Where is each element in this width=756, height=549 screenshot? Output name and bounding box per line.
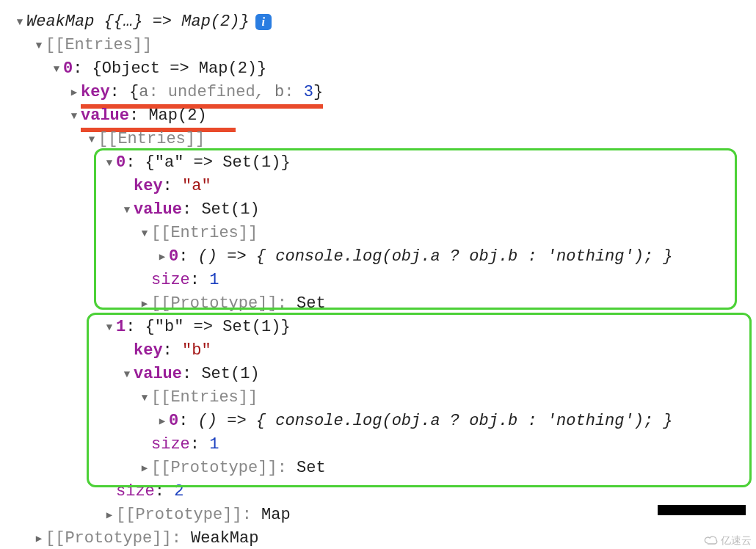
chevron-down-icon[interactable] <box>120 198 134 222</box>
chevron-down-icon[interactable] <box>32 34 46 57</box>
redaction-bar <box>658 505 746 515</box>
entry-a-value-row[interactable]: value: Set(1) <box>6 198 756 222</box>
entry-0-value-row[interactable]: value: Map(2) <box>6 104 756 128</box>
chevron-right-icon[interactable] <box>68 81 81 104</box>
chevron-down-icon[interactable] <box>13 10 26 34</box>
entry-b-size-row: size: 1 <box>6 433 756 457</box>
chevron-down-icon[interactable] <box>50 57 63 81</box>
entry-0-key-row[interactable]: key: {a: undefined, b: 3} <box>6 81 756 104</box>
entry-a-fn-row[interactable]: 0: () => { console.log(obj.a ? obj.b : '… <box>6 245 756 269</box>
entry-0-row[interactable]: 0: {Object => Map(2)} <box>6 57 756 81</box>
chevron-down-icon[interactable] <box>120 363 134 386</box>
chevron-right-icon[interactable] <box>103 503 116 527</box>
entry-a-size-row: size: 1 <box>6 269 756 292</box>
chevron-right-icon[interactable] <box>156 410 169 433</box>
inner-entries-row[interactable]: [[Entries]] <box>6 128 756 151</box>
object-tree: WeakMap {{…} => Map(2)} i [[Entries]] 0:… <box>0 0 756 549</box>
chevron-right-icon[interactable] <box>32 527 46 549</box>
chevron-right-icon[interactable] <box>156 245 169 269</box>
map-entry-a-row[interactable]: 0: {"a" => Set(1)} <box>6 151 756 175</box>
chevron-down-icon[interactable] <box>85 128 98 151</box>
entry-b-proto-row[interactable]: [[Prototype]]: Set <box>6 457 756 480</box>
entry-a-entries-row[interactable]: [[Entries]] <box>6 222 756 245</box>
outer-size-row: size: 2 <box>6 480 756 503</box>
entry-b-entries-row[interactable]: [[Entries]] <box>6 386 756 410</box>
chevron-down-icon[interactable] <box>103 316 116 339</box>
weakmap-proto-row[interactable]: [[Prototype]]: WeakMap <box>6 527 756 549</box>
chevron-down-icon[interactable] <box>138 386 151 410</box>
chevron-down-icon[interactable] <box>103 151 116 175</box>
map-entry-b-row[interactable]: 1: {"b" => Set(1)} <box>6 316 756 339</box>
entries-row[interactable]: [[Entries]] <box>6 34 756 57</box>
entry-b-fn-row[interactable]: 0: () => { console.log(obj.a ? obj.b : '… <box>6 410 756 433</box>
watermark: 亿速云 <box>703 534 752 548</box>
chevron-right-icon[interactable] <box>138 292 151 316</box>
chevron-down-icon[interactable] <box>68 104 81 128</box>
chevron-right-icon[interactable] <box>138 457 151 480</box>
entry-b-value-row[interactable]: value: Set(1) <box>6 363 756 386</box>
entry-a-key-row: key: "a" <box>6 175 756 198</box>
chevron-down-icon[interactable] <box>138 222 151 245</box>
map-proto-row[interactable]: [[Prototype]]: Map <box>6 503 756 527</box>
info-icon[interactable]: i <box>255 14 272 30</box>
entry-a-proto-row[interactable]: [[Prototype]]: Set <box>6 292 756 316</box>
root-row[interactable]: WeakMap {{…} => Map(2)} i <box>6 10 756 34</box>
entry-b-key-row: key: "b" <box>6 339 756 363</box>
